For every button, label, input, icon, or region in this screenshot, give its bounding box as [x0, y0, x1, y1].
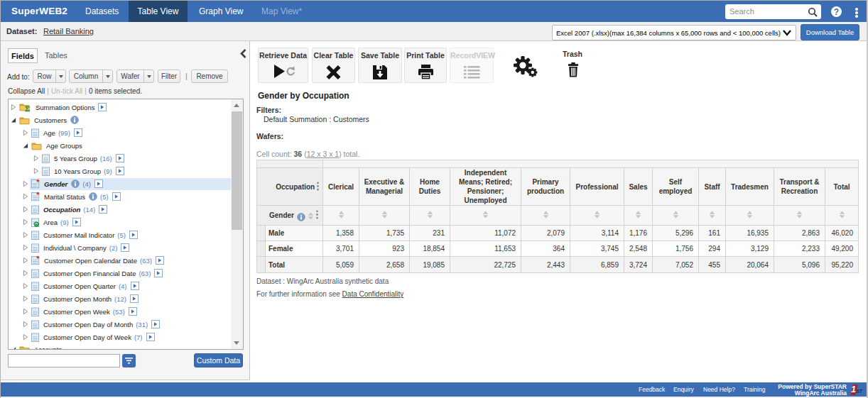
svg-text:Σ: Σ: [25, 104, 30, 112]
